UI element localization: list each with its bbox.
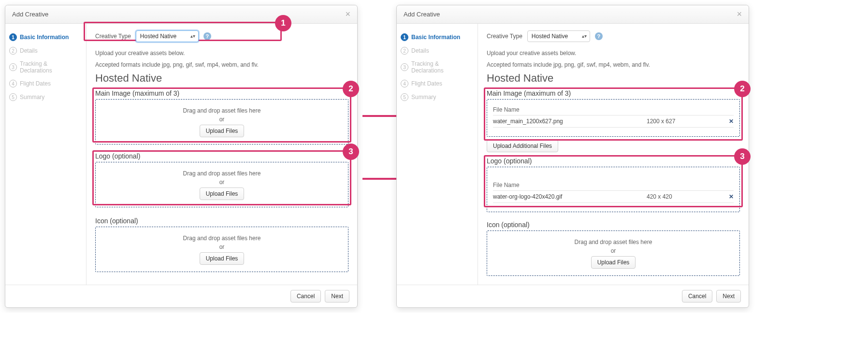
icon-dropzone[interactable]: Drag and drop asset files here or Upload… xyxy=(95,227,348,272)
main-image-label: Main Image (maximum of 3) xyxy=(487,89,740,97)
help-icon[interactable]: ? xyxy=(595,32,603,40)
or-text: or xyxy=(492,247,735,254)
content-area: Creative Type Hosted Native ▴▾ ? Upload … xyxy=(478,24,749,285)
step-label: Summary xyxy=(411,94,436,101)
step-number-icon: 1 xyxy=(401,33,408,41)
next-button[interactable]: Next xyxy=(716,290,741,303)
icon-label: Icon (optional) xyxy=(487,221,740,229)
creative-type-select[interactable]: Hosted Native ▴▾ xyxy=(527,30,590,42)
step-label: Details xyxy=(411,47,429,54)
file-dimensions: 420 x 420 xyxy=(647,193,724,200)
step-label: Summary xyxy=(20,94,44,101)
drag-text: Drag and drop asset files here xyxy=(101,107,343,114)
close-icon[interactable]: × xyxy=(345,9,350,19)
content-area: 1 Creative Type Hosted Native ▴▾ ? Uploa… xyxy=(87,24,357,285)
step-label: Details xyxy=(20,47,38,54)
file-name-header: File Name xyxy=(493,104,734,115)
next-button[interactable]: Next xyxy=(325,290,349,303)
step-label: Tracking & Declarations xyxy=(20,60,80,74)
step-number-icon: 2 xyxy=(9,47,17,55)
creative-type-value: Hosted Native xyxy=(140,33,176,40)
step-number-icon: 1 xyxy=(9,33,17,41)
add-creative-modal-right: Add Creative × 1Basic Information2Detail… xyxy=(396,5,749,308)
table-row: water_main_1200x627.png 1200 x 627 ✕ xyxy=(493,115,734,128)
table-row: water-org-logo-420x420.gif 420 x 420 ✕ xyxy=(493,190,734,203)
step-number-icon: 4 xyxy=(401,80,408,87)
chevron-updown-icon: ▴▾ xyxy=(190,34,195,39)
logo-dropzone[interactable]: Drag and drop asset files here or Upload… xyxy=(95,162,348,207)
steps-sidebar: 1Basic Information2Details3Tracking & De… xyxy=(5,24,87,285)
file-name: water-org-logo-420x420.gif xyxy=(493,193,647,200)
upload-files-button[interactable]: Upload Files xyxy=(200,252,245,265)
step-number-icon: 5 xyxy=(9,93,17,101)
icon-label: Icon (optional) xyxy=(95,217,348,225)
remove-file-icon[interactable]: ✕ xyxy=(724,193,734,200)
section-title: Hosted Native xyxy=(487,72,740,85)
logo-file-table: File Name water-org-logo-420x420.gif 420… xyxy=(487,167,740,212)
creative-type-select[interactable]: Hosted Native ▴▾ xyxy=(136,30,199,42)
step-details[interactable]: 2Details xyxy=(400,44,473,58)
or-text: or xyxy=(101,179,343,186)
or-text: or xyxy=(101,116,343,123)
creative-type-label: Creative Type xyxy=(487,33,522,40)
step-label: Flight Dates xyxy=(411,80,442,87)
logo-label: Logo (optional) xyxy=(487,157,740,165)
step-number-icon: 2 xyxy=(401,47,408,55)
upload-hint-2: Accepted formats include jpg, png, gif, … xyxy=(487,60,740,69)
step-number-icon: 3 xyxy=(401,63,408,71)
upload-hint-2: Accepted formats include jpg, png, gif, … xyxy=(95,60,348,69)
step-label: Basic Information xyxy=(20,34,69,41)
file-name-header: File Name xyxy=(493,180,734,190)
upload-files-button[interactable]: Upload Files xyxy=(591,256,636,269)
cancel-button[interactable]: Cancel xyxy=(682,290,712,303)
step-number-icon: 4 xyxy=(9,80,17,87)
step-flight-dates[interactable]: 4Flight Dates xyxy=(8,77,81,90)
modal-header: Add Creative × xyxy=(397,5,749,24)
upload-additional-files-button[interactable]: Upload Additional Files xyxy=(487,140,558,152)
modal-title: Add Creative xyxy=(404,11,440,18)
logo-label: Logo (optional) xyxy=(95,152,348,160)
step-tracking-declarations[interactable]: 3Tracking & Declarations xyxy=(8,58,81,77)
section-title: Hosted Native xyxy=(95,72,348,85)
upload-files-button[interactable]: Upload Files xyxy=(200,187,245,200)
step-flight-dates[interactable]: 4Flight Dates xyxy=(400,77,473,90)
step-number-icon: 5 xyxy=(401,93,408,101)
step-tracking-declarations[interactable]: 3Tracking & Declarations xyxy=(400,58,473,77)
chevron-updown-icon: ▴▾ xyxy=(582,34,587,39)
upload-hint-1: Upload your creative assets below. xyxy=(487,49,740,58)
file-dimensions: 1200 x 627 xyxy=(647,118,724,125)
step-basic-information[interactable]: 1Basic Information xyxy=(8,30,81,44)
step-details[interactable]: 2Details xyxy=(8,44,81,58)
step-label: Basic Information xyxy=(411,34,460,41)
upload-hint-1: Upload your creative assets below. xyxy=(95,49,348,58)
main-image-dropzone[interactable]: Drag and drop asset files here or Upload… xyxy=(95,99,348,144)
modal-header: Add Creative × xyxy=(5,5,357,24)
or-text: or xyxy=(101,244,343,250)
cancel-button[interactable]: Cancel xyxy=(290,290,321,303)
creative-type-value: Hosted Native xyxy=(532,33,568,40)
remove-file-icon[interactable]: ✕ xyxy=(724,118,734,125)
main-image-label: Main Image (maximum of 3) xyxy=(95,89,348,97)
creative-type-label: Creative Type xyxy=(95,33,131,40)
add-creative-modal-left: Add Creative × 1Basic Information2Detail… xyxy=(5,5,358,308)
drag-text: Drag and drop asset files here xyxy=(101,235,343,242)
drag-text: Drag and drop asset files here xyxy=(101,170,343,177)
upload-files-button[interactable]: Upload Files xyxy=(200,125,245,137)
file-name: water_main_1200x627.png xyxy=(493,118,647,125)
icon-dropzone[interactable]: Drag and drop asset files here or Upload… xyxy=(487,231,740,276)
drag-text: Drag and drop asset files here xyxy=(492,239,735,245)
step-basic-information[interactable]: 1Basic Information xyxy=(400,30,473,44)
help-icon[interactable]: ? xyxy=(203,32,211,40)
step-summary[interactable]: 5Summary xyxy=(400,90,473,104)
step-label: Tracking & Declarations xyxy=(411,60,472,74)
modal-title: Add Creative xyxy=(12,11,48,18)
step-number-icon: 3 xyxy=(9,63,17,71)
main-image-file-table: File Name water_main_1200x627.png 1200 x… xyxy=(487,99,740,137)
step-summary[interactable]: 5Summary xyxy=(8,90,81,104)
close-icon[interactable]: × xyxy=(737,9,742,19)
step-label: Flight Dates xyxy=(20,80,51,87)
steps-sidebar: 1Basic Information2Details3Tracking & De… xyxy=(397,24,478,285)
